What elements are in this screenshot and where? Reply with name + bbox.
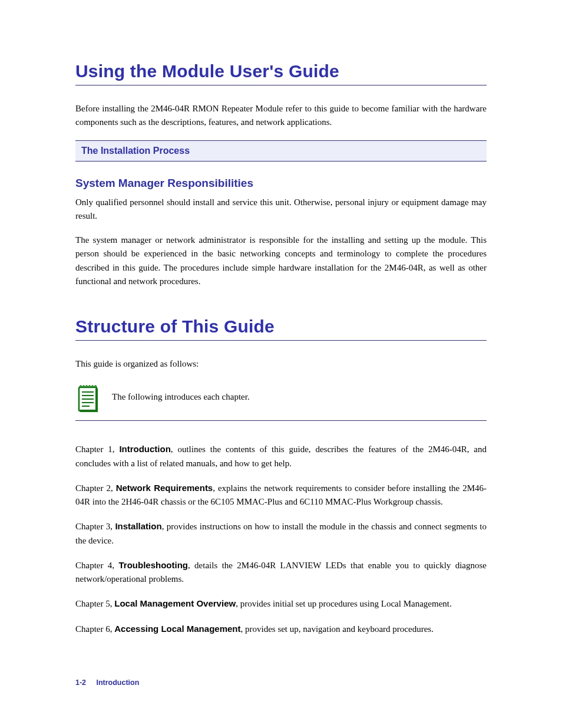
chapter-prefix: Chapter 2, [75, 483, 116, 493]
chapter-tail: , provides initial set up procedures usi… [236, 599, 452, 608]
chapter-item: Chapter 1, Introduction, outlines the co… [75, 442, 487, 470]
page-number: 1-2 [75, 678, 86, 687]
chapter-item: Chapter 3, Installation, provides instru… [75, 519, 487, 548]
page-footer: 1-2 Introduction [75, 678, 139, 687]
chapter-prefix: Chapter 4, [75, 561, 118, 570]
callout-title: The Installation Process [81, 146, 190, 156]
chapter-title: Network Requirements [116, 483, 213, 493]
rule [75, 340, 487, 341]
chapter-item: Chapter 4, Troubleshooting, details the … [75, 558, 487, 587]
chapter-title: Installation [115, 521, 161, 531]
callout-installation-process: The Installation Process [75, 140, 487, 162]
chapter-prefix: Chapter 6, [75, 624, 114, 634]
chapter-title: Local Management Overview [114, 598, 236, 608]
structure-note: The following introduces each chapter. [112, 390, 250, 404]
chapter-prefix: Chapter 5, [75, 599, 114, 608]
rule [75, 420, 487, 421]
chapter-title: Introduction [119, 444, 170, 454]
notepad-icon [75, 381, 99, 412]
chapter-prefix: Chapter 3, [75, 522, 115, 531]
page-chapter: Introduction [96, 678, 139, 687]
svg-rect-1 [95, 388, 98, 412]
section-heading-structure: Structure of This Guide [75, 317, 487, 337]
svg-rect-2 [80, 410, 97, 412]
responsibilities-para1: Only qualified personnel should install … [75, 196, 487, 223]
chapter-title: Troubleshooting [118, 560, 188, 570]
responsibilities-para2: The system manager or network administra… [75, 233, 487, 288]
chapter-title: Accessing Local Management [114, 624, 240, 634]
chapter-item: Chapter 6, Accessing Local Management, p… [75, 622, 487, 636]
note-row: The following introduces each chapter. [75, 381, 487, 412]
chapter-item: Chapter 5, Local Management Overview, pr… [75, 597, 487, 611]
using-guide-paragraph: Before installing the 2M46-04R RMON Repe… [75, 102, 487, 130]
rule [75, 85, 487, 85]
section-heading-using-guide: Using the Module User's Guide [75, 61, 487, 81]
h3-system-manager: System Manager Responsibilities [75, 177, 487, 190]
structure-intro: This guide is organized as follows: [75, 357, 487, 371]
chapter-item: Chapter 2, Network Requirements, explain… [75, 481, 487, 509]
chapter-prefix: Chapter 1, [75, 444, 119, 454]
chapter-tail: , provides set up, navigation and keyboa… [240, 624, 433, 634]
